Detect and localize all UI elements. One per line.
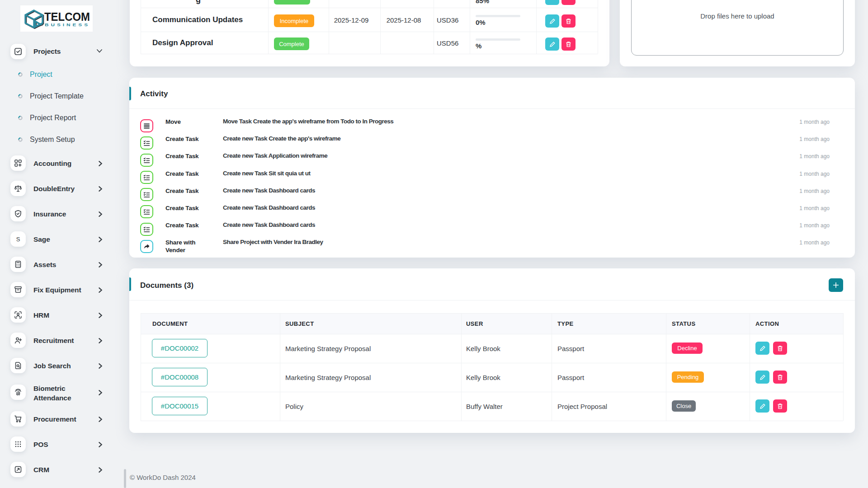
svg-text:BUSINESS: BUSINESS: [45, 22, 90, 27]
svg-text:S: S: [16, 236, 20, 243]
svg-text:TELCOM: TELCOM: [44, 10, 90, 23]
